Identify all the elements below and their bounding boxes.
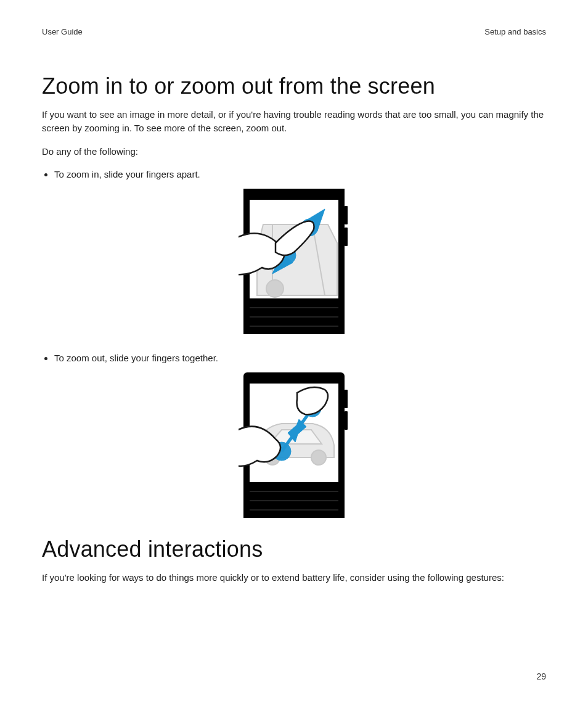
page-header: User Guide Setup and basics: [42, 27, 546, 36]
svg-point-24: [311, 450, 326, 465]
pinch-in-illustration-icon: [239, 371, 349, 519]
zoom-out-figure: [42, 371, 546, 519]
zoom-out-bullet: To zoom out, slide your fingers together…: [54, 351, 546, 365]
page-number: 29: [536, 671, 546, 681]
svg-rect-2: [345, 228, 348, 246]
zoom-intro-paragraph: If you want to see an image in more deta…: [42, 108, 546, 135]
svg-rect-10: [243, 189, 345, 200]
svg-rect-1: [345, 206, 348, 224]
svg-rect-25: [243, 482, 345, 518]
advanced-intro-paragraph: If you're looking for ways to do things …: [42, 571, 546, 585]
svg-rect-20: [345, 390, 348, 408]
pinch-out-illustration-icon: [239, 187, 349, 335]
zoom-instruction: Do any of the following:: [42, 145, 546, 158]
zoom-in-bullet: To zoom in, slide your fingers apart.: [54, 168, 546, 181]
header-right: Setup and basics: [484, 27, 546, 36]
svg-rect-21: [345, 411, 348, 430]
section-title-advanced: Advanced interactions: [42, 536, 546, 562]
section-title-zoom: Zoom in to or zoom out from the screen: [42, 73, 546, 99]
header-left: User Guide: [42, 27, 83, 36]
svg-rect-6: [266, 280, 284, 297]
document-page: User Guide Setup and basics Zoom in to o…: [0, 0, 588, 706]
zoom-bullet-list-2: To zoom out, slide your fingers together…: [42, 351, 546, 365]
svg-rect-9: [243, 298, 345, 334]
zoom-in-figure: [42, 187, 546, 335]
zoom-bullet-list: To zoom in, slide your fingers apart.: [42, 168, 546, 181]
